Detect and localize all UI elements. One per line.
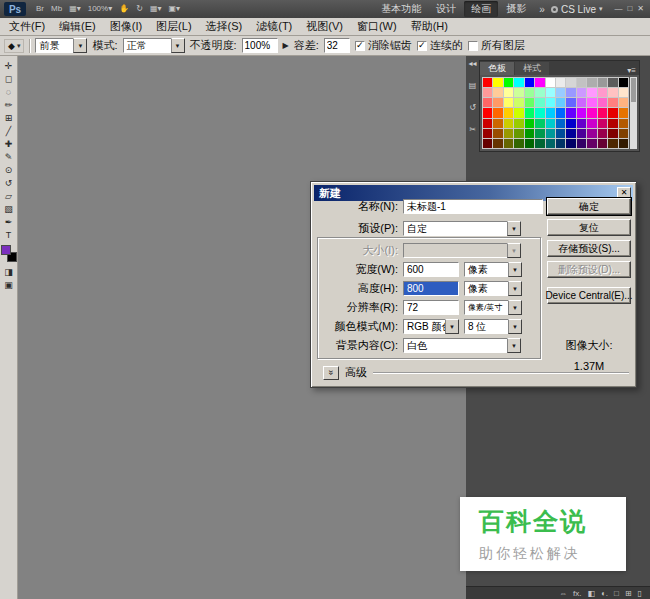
color-swatch[interactable] xyxy=(566,88,575,97)
color-swatch[interactable] xyxy=(525,139,534,148)
color-swatch[interactable] xyxy=(514,129,523,138)
color-swatch[interactable] xyxy=(546,88,555,97)
color-swatch[interactable] xyxy=(493,88,502,97)
color-swatch[interactable] xyxy=(514,78,523,87)
clipping-panel-icon[interactable]: ✂ xyxy=(469,125,476,135)
contiguous-checkbox[interactable]: ✓ 连续的 xyxy=(417,38,463,53)
color-swatch[interactable] xyxy=(587,78,596,87)
quick-mask-icon[interactable]: ◨ xyxy=(2,265,16,278)
color-swatch[interactable] xyxy=(619,98,628,107)
toolbar-screen-mode-icon[interactable]: ▣ xyxy=(2,278,16,291)
all-layers-checkbox[interactable]: ✓ 所有图层 xyxy=(468,38,525,53)
color-swatch[interactable] xyxy=(535,88,544,97)
color-swatch[interactable] xyxy=(546,129,555,138)
cs-live-button[interactable]: CS Live ▾ xyxy=(551,4,603,15)
color-swatch[interactable] xyxy=(577,129,586,138)
color-swatch[interactable] xyxy=(577,88,586,97)
color-swatch[interactable] xyxy=(546,108,555,117)
device-central-button[interactable]: Device Central(E)... xyxy=(547,287,631,304)
color-swatch[interactable] xyxy=(566,78,575,87)
color-swatch[interactable] xyxy=(514,139,523,148)
color-swatch[interactable] xyxy=(493,129,502,138)
resolution-unit-select[interactable]: 像素/英寸 ▼ xyxy=(464,300,522,315)
color-swatch[interactable] xyxy=(598,119,607,128)
color-swatch[interactable] xyxy=(556,78,565,87)
type-tool[interactable]: T xyxy=(2,228,16,241)
close-button[interactable]: ✕ xyxy=(637,2,644,16)
workspace-design[interactable]: 设计 xyxy=(429,1,463,17)
bit-depth-select[interactable]: 8 位 ▼ xyxy=(464,319,522,334)
color-swatch[interactable] xyxy=(535,78,544,87)
workspace-essentials[interactable]: 基本功能 xyxy=(374,1,428,17)
color-swatch[interactable] xyxy=(587,119,596,128)
color-swatch[interactable] xyxy=(619,129,628,138)
height-input[interactable] xyxy=(403,281,459,296)
color-swatch[interactable] xyxy=(535,139,544,148)
color-swatch[interactable] xyxy=(514,108,523,117)
tab-swatches[interactable]: 色板 xyxy=(480,62,514,75)
color-swatch[interactable] xyxy=(598,129,607,138)
mini-bridge-icon[interactable]: Mb xyxy=(51,2,62,16)
panel-menu-icon[interactable]: ▾≡ xyxy=(627,66,639,75)
opacity-input[interactable] xyxy=(242,38,278,53)
color-swatch[interactable] xyxy=(483,108,492,117)
link-layers-icon[interactable]: ⇔ xyxy=(559,588,567,599)
color-swatch[interactable] xyxy=(483,88,492,97)
layer-effects-icon[interactable]: fx. xyxy=(573,588,581,599)
color-swatch[interactable] xyxy=(546,78,555,87)
color-swatch[interactable] xyxy=(598,139,607,148)
width-unit-select[interactable]: 像素 ▼ xyxy=(464,262,522,277)
advanced-expander-button[interactable]: » xyxy=(323,366,339,380)
color-swatch[interactable] xyxy=(493,119,502,128)
color-swatch[interactable] xyxy=(598,78,607,87)
color-swatch[interactable] xyxy=(556,88,565,97)
tolerance-input[interactable] xyxy=(324,38,350,53)
color-swatch[interactable] xyxy=(598,108,607,117)
view-extras-icon[interactable]: ▦▾ xyxy=(69,2,81,16)
color-swatch[interactable] xyxy=(493,139,502,148)
color-swatch[interactable] xyxy=(504,119,513,128)
tab-styles[interactable]: 样式 xyxy=(515,62,549,75)
lasso-tool[interactable]: ◌ xyxy=(2,85,16,98)
color-swatch[interactable] xyxy=(483,129,492,138)
color-swatch[interactable] xyxy=(483,98,492,107)
color-swatch[interactable] xyxy=(608,98,617,107)
color-swatch[interactable] xyxy=(566,129,575,138)
anti-alias-checkbox[interactable]: ✓ 消除锯齿 xyxy=(355,38,412,53)
fill-source-select[interactable]: 前景 ▼ xyxy=(35,38,87,53)
color-swatch[interactable] xyxy=(546,139,555,148)
zoom-level-control[interactable]: 100%▾ xyxy=(88,2,112,16)
color-swatch[interactable] xyxy=(566,98,575,107)
bridge-icon[interactable]: Br xyxy=(36,2,44,16)
color-swatch[interactable] xyxy=(504,139,513,148)
tool-preset-picker[interactable]: ◆ ▾ xyxy=(4,39,24,53)
color-swatch[interactable] xyxy=(546,98,555,107)
color-swatch[interactable] xyxy=(608,129,617,138)
color-swatch[interactable] xyxy=(577,98,586,107)
color-swatch[interactable] xyxy=(556,119,565,128)
color-swatch[interactable] xyxy=(566,139,575,148)
brush-tool[interactable]: ✎ xyxy=(2,150,16,163)
color-swatch[interactable] xyxy=(608,139,617,148)
color-swatch[interactable] xyxy=(556,98,565,107)
workspace-painting[interactable]: 绘画 xyxy=(464,1,498,17)
color-swatch[interactable] xyxy=(525,129,534,138)
foreground-color-swatch[interactable] xyxy=(1,245,11,255)
menu-item-6[interactable]: 视图(V) xyxy=(299,18,350,35)
healing-brush-tool[interactable]: ✚ xyxy=(2,137,16,150)
menu-item-2[interactable]: 图像(I) xyxy=(103,18,149,35)
color-swatch[interactable] xyxy=(619,139,628,148)
color-picker-widget[interactable] xyxy=(1,245,17,262)
swatches-scrollbar[interactable] xyxy=(630,77,637,149)
color-swatch[interactable] xyxy=(525,78,534,87)
menu-item-5[interactable]: 滤镜(T) xyxy=(249,18,299,35)
color-swatch[interactable] xyxy=(535,119,544,128)
color-swatch[interactable] xyxy=(577,78,586,87)
color-swatch[interactable] xyxy=(619,88,628,97)
scrollbar-thumb[interactable] xyxy=(631,78,636,102)
color-swatch[interactable] xyxy=(619,108,628,117)
reset-button[interactable]: 复位 xyxy=(547,219,631,236)
background-contents-select[interactable]: 白色 ▼ xyxy=(403,338,521,353)
height-unit-select[interactable]: 像素 ▼ xyxy=(464,281,522,296)
color-swatch[interactable] xyxy=(587,108,596,117)
